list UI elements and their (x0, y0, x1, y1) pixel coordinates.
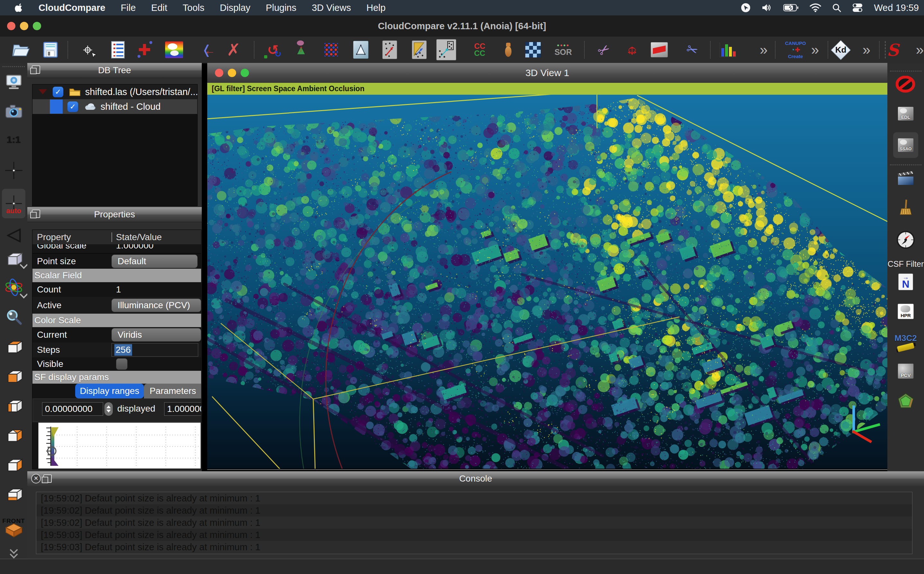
csf-filter-label[interactable]: CSF Filter (888, 259, 924, 269)
float-console-icon[interactable] (43, 475, 52, 483)
zoom-fit-button[interactable] (0, 309, 27, 325)
display-settings-button[interactable] (0, 74, 27, 90)
view-bottom-button[interactable] (0, 487, 27, 502)
view-right-button[interactable] (0, 458, 27, 473)
set-colors-button[interactable]: ↺ ↻ (261, 39, 285, 60)
rotate-view-button[interactable]: ◁ (0, 224, 27, 244)
kd-tree-button[interactable]: Kd (829, 39, 853, 60)
checkbox-shifted-las[interactable]: ✓ (53, 87, 63, 97)
steps-input[interactable]: 256 (111, 343, 198, 357)
canupo-overflow-icon[interactable]: » (803, 39, 827, 60)
tab-display-ranges[interactable]: Display ranges (75, 384, 144, 398)
translate-rotate-button[interactable]: ↔ ↕ ◠ (620, 39, 644, 60)
free-segment-button[interactable]: ✂ (680, 39, 704, 60)
zoom-1-1-button[interactable]: 1:1 (0, 134, 27, 145)
perspective-box-button[interactable] (0, 252, 27, 266)
s-curve-plugin-button[interactable]: S (881, 39, 905, 60)
compute-octree-button[interactable] (320, 39, 343, 60)
save-button[interactable] (38, 39, 62, 60)
menu-plugins[interactable]: Plugins (266, 3, 296, 13)
control-center-icon[interactable] (852, 3, 863, 13)
wifi-icon[interactable] (810, 3, 821, 12)
chi2-test-button[interactable] (521, 39, 545, 60)
tree-row-shifted-las[interactable]: ✓ shifted.las (/Users/tristan/... (32, 84, 197, 99)
location-icon[interactable] (741, 3, 750, 13)
toolbar-overflow-icon[interactable]: » (752, 39, 775, 60)
menu-clock[interactable]: Wed 19:59 (874, 3, 919, 13)
view-iso-front-button[interactable]: FRONT (0, 515, 27, 538)
apply-transformation-button[interactable]: ❬ ← (195, 39, 218, 60)
apple-icon[interactable] (15, 3, 23, 13)
menu-file[interactable]: File (121, 3, 136, 13)
point-size-combo[interactable]: Default (111, 255, 198, 268)
sor-filter-button[interactable]: ●●●● SOR (551, 39, 575, 60)
view-top-button[interactable] (0, 340, 27, 355)
point-picking-button[interactable]: ✚ (132, 39, 156, 60)
tree-label[interactable]: shifted - Cloud (101, 101, 161, 112)
normals-arrow-button[interactable]: → N (888, 273, 924, 290)
visible-checkbox[interactable] (116, 358, 128, 370)
menu-app-name[interactable]: CloudCompare (38, 3, 105, 13)
float-panel-icon[interactable] (32, 66, 40, 74)
view-back-button[interactable] (0, 428, 27, 443)
properties-list-icon-button[interactable] (106, 39, 130, 60)
close-window-button[interactable] (7, 22, 16, 30)
float-panel-icon[interactable] (32, 210, 40, 218)
tree-label[interactable]: shifted.las (/Users/tristan/... (85, 87, 197, 97)
3d-view-title-bar[interactable]: 3D View 1 (207, 63, 888, 83)
zoom-window-button[interactable] (33, 22, 41, 30)
edl-shader-button[interactable]: EDL (888, 107, 924, 121)
pick-point-button[interactable]: ⌖ (76, 39, 100, 60)
db-tree-header[interactable]: DB Tree (27, 63, 202, 78)
volume-icon[interactable] (761, 3, 772, 13)
pivot-auto-button[interactable]: auto (2, 189, 25, 218)
properties-table[interactable]: Property State/Value Global scale 1.0000… (32, 230, 201, 469)
clone-button[interactable] (162, 39, 186, 60)
menu-edit[interactable]: Edit (151, 3, 168, 13)
histogram-button[interactable] (716, 39, 740, 60)
search-icon[interactable] (832, 3, 841, 12)
close-console-icon[interactable]: ✕ (31, 474, 41, 484)
no-filter-button[interactable] (888, 76, 924, 93)
sample-points-button[interactable] (378, 39, 402, 60)
db-tree-list[interactable]: ✓ shifted.las (/Users/tristan/... ✓ shif… (32, 84, 198, 206)
ssao-shader-button[interactable]: SSAO (893, 132, 918, 158)
range-max-input[interactable]: 1.000000 (164, 402, 201, 416)
hpr-plugin-button[interactable]: HPR (888, 304, 924, 319)
orbit-button[interactable] (0, 279, 27, 296)
view-left-button[interactable] (0, 399, 27, 413)
kd-overflow-icon[interactable]: » (854, 39, 878, 60)
segment-button[interactable]: ✂ (592, 39, 615, 60)
zoom-view-button[interactable] (240, 69, 249, 77)
m3c2-plugin-button[interactable]: M3C2 (888, 333, 924, 350)
console-log[interactable]: [19:59:02] Defaut point size is already … (36, 492, 913, 554)
toolbar-handle[interactable] (890, 71, 921, 72)
range-min-input[interactable]: 0.00000000 (42, 402, 103, 416)
close-view-button[interactable] (215, 69, 223, 77)
more-views-icon[interactable] (0, 547, 27, 557)
range-stepper[interactable] (104, 402, 113, 416)
console-header[interactable]: ✕ Console (27, 471, 924, 486)
menu-3d-views[interactable]: 3D Views (312, 3, 351, 13)
battery-icon[interactable] (783, 3, 799, 12)
tree-row-shifted-cloud[interactable]: ✓ shifted - Cloud (32, 99, 197, 114)
animation-plugin-button[interactable] (888, 169, 924, 186)
clean-broom-button[interactable] (888, 199, 924, 218)
open-button[interactable] (9, 39, 33, 60)
minimize-view-button[interactable] (228, 69, 236, 77)
collapse-arrow-icon[interactable] (38, 89, 47, 95)
toolbar-handle[interactable] (3, 66, 25, 67)
view-front-button[interactable] (0, 369, 27, 384)
sf-histogram[interactable] (38, 423, 201, 469)
menu-help[interactable]: Help (366, 3, 386, 13)
delete-button[interactable]: ✗ (222, 39, 245, 60)
3d-viewport[interactable] (207, 95, 888, 469)
facets-plugin-button[interactable] (888, 393, 924, 409)
pcv-plugin-button[interactable]: PCV (888, 363, 924, 379)
subsample-button[interactable] (407, 39, 431, 60)
properties-header[interactable]: Properties (27, 207, 202, 222)
plugins-overflow-icon[interactable]: » (908, 39, 924, 60)
compass-plugin-button[interactable] (888, 230, 924, 249)
statistical-test-button[interactable] (496, 39, 520, 60)
minimize-window-button[interactable] (20, 22, 28, 30)
